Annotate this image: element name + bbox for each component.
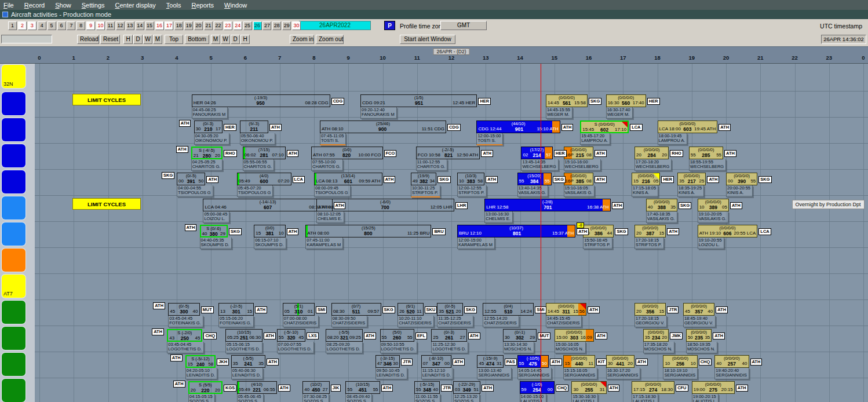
airport-tag[interactable]: LCA	[758, 228, 771, 235]
airport-tag[interactable]: FCO	[384, 150, 397, 157]
airport-tag[interactable]: JKH	[217, 359, 229, 366]
day-button[interactable]: 10	[96, 21, 105, 30]
date-field[interactable]: 26APR2022	[299, 21, 371, 30]
flight-block[interactable]: (-5/-10)5532045	[277, 329, 305, 342]
flight-block[interactable]: S (-5/-12)1524058	[185, 355, 216, 368]
airport-tag[interactable]: PAS	[505, 359, 517, 366]
airport-tag[interactable]: SKG	[382, 306, 395, 313]
flight-block[interactable]: (4/10)05:4922106:55	[237, 381, 277, 394]
airport-tag[interactable]: HER	[647, 98, 660, 105]
airport-tag[interactable]: ATH	[595, 150, 607, 157]
flight-block[interactable]: (17/22)0221457	[521, 147, 552, 159]
airport-tag[interactable]: ATH	[334, 202, 346, 209]
flight-block[interactable]: (7/15)06:0228107:10	[243, 147, 286, 159]
airport-tag[interactable]: SKG	[758, 176, 771, 183]
airport-tag[interactable]: LCA	[630, 124, 642, 131]
menu-item[interactable]: Reports	[192, 2, 214, 9]
origin-airport-tag[interactable]: ATH	[153, 302, 165, 309]
flight-block[interactable]: (0/0/0/0)5528555	[689, 147, 723, 159]
menu-item[interactable]: File	[3, 2, 14, 9]
flight-block[interactable]: (0/0/0/0)14:4531115:56	[546, 303, 586, 316]
flight-block[interactable]: (0/0/0/0)14:4556115:58	[546, 94, 588, 107]
flight-block[interactable]: (0/0/0/0)3044120	[606, 355, 634, 368]
reload-button[interactable]: Reload	[77, 35, 99, 44]
airport-tag[interactable]: ATH	[713, 332, 725, 339]
day-button[interactable]: 28	[272, 21, 281, 30]
flight-block[interactable]: (0/0/0/0)1521605	[632, 173, 660, 185]
flight-block[interactable]: (0/0/0/0)0039055	[726, 173, 757, 185]
airport-tag[interactable]: HER	[554, 150, 567, 157]
flight-block[interactable]: S (5/5)2022020	[188, 381, 223, 394]
flight-block[interactable]: (19/9)4938234	[411, 173, 436, 185]
flight-block[interactable]: (0/0/0/0)1025610	[663, 355, 697, 368]
airport-tag[interactable]: ATH	[750, 359, 763, 366]
airport-tag[interactable]: ATH	[468, 332, 480, 339]
fleet-row-label[interactable]	[2, 327, 25, 350]
airport-tag[interactable]: ATH	[550, 359, 562, 366]
flight-block[interactable]: (5/1)0531001	[283, 303, 315, 316]
period-h-button[interactable]: H	[123, 35, 133, 44]
flight-block[interactable]: S (0/-6)4038029	[200, 225, 228, 237]
fleet-row-label[interactable]	[2, 353, 25, 376]
day-button[interactable]: 9	[86, 21, 95, 30]
period-w-button[interactable]: W	[143, 35, 152, 44]
airport-tag[interactable]: EFL	[415, 332, 427, 339]
airport-tag[interactable]: HER	[224, 124, 236, 131]
airport-tag[interactable]: CHQ	[556, 385, 569, 392]
airport-tag[interactable]: ATH	[716, 306, 728, 313]
flight-block[interactable]: (0/0/0/0)1038905	[698, 199, 729, 211]
timezone-field[interactable]: GMT	[440, 21, 487, 30]
period-m-button[interactable]: M	[153, 35, 162, 44]
flight-block[interactable]: (-19/3)HER 04:2695008:28 CDG	[192, 94, 330, 107]
airport-tag[interactable]: ATH	[278, 385, 290, 392]
airport-tag[interactable]: SKG	[615, 228, 628, 235]
airport-tag[interactable]: KIT	[596, 359, 607, 366]
airport-tag[interactable]: ATH	[486, 176, 498, 183]
airport-tag[interactable]: SKG	[679, 202, 691, 209]
airport-tag[interactable]: ATH	[608, 385, 620, 392]
day-button[interactable]: 22	[214, 21, 223, 30]
airport-tag[interactable]: ATH	[481, 150, 493, 157]
day-button[interactable]: 21	[204, 21, 213, 30]
airport-tag[interactable]: SKG	[437, 176, 450, 183]
flight-block[interactable]: (44/10)CDG 12:4490115:10 ATH	[476, 120, 560, 133]
period-d-button[interactable]: D	[133, 35, 143, 44]
flight-block[interactable]: (0/-5)3552120	[437, 303, 462, 316]
airport-tag[interactable]: CDG	[447, 124, 461, 131]
flight-block[interactable]: S (-4/-5)2128020	[191, 147, 223, 159]
flight-block[interactable]: (15/20)5538455	[517, 173, 552, 185]
day-button[interactable]: 2	[18, 21, 27, 30]
flight-block[interactable]: (0/-3)3021017	[194, 120, 223, 133]
fleet-row-label[interactable]	[2, 118, 25, 141]
flight-block[interactable]: (0/-5)4530040	[168, 303, 199, 316]
flight-block[interactable]: (0/0/0/0)2035615	[634, 303, 666, 316]
flight-block[interactable]: (15/25)ATH 08:0080011:25 BRU	[305, 225, 431, 237]
day-button[interactable]: 16	[155, 21, 164, 30]
flight-block[interactable]: (-2/-5)1330115	[218, 303, 254, 316]
flight-block[interactable]: (0/0/0/0)4025740	[714, 355, 749, 368]
fleet-row-label[interactable]	[2, 92, 25, 115]
origin-airport-tag[interactable]: ATH	[176, 146, 188, 153]
airport-tag[interactable]: HER	[661, 176, 674, 183]
day-button[interactable]: 20	[194, 21, 203, 30]
airport-tag[interactable]: SKG	[553, 176, 566, 183]
fleet-row-label[interactable]: AT7	[2, 275, 25, 298]
airport-tag[interactable]: JIK	[331, 385, 341, 392]
day-button[interactable]: 1	[8, 21, 17, 30]
day-button[interactable]: 15	[145, 21, 154, 30]
flight-block[interactable]: (-1/0)5925400	[520, 381, 555, 394]
airport-tag[interactable]: MUT	[538, 332, 550, 339]
airport-tag[interactable]: JTR	[401, 359, 413, 366]
airport-tag[interactable]: ATH	[730, 202, 742, 209]
day-button[interactable]: 8	[76, 21, 85, 30]
day-button[interactable]: 27	[262, 21, 271, 30]
day-button[interactable]: 23	[224, 21, 232, 30]
day-button[interactable]: 26	[253, 21, 262, 30]
top-button[interactable]: Top	[165, 35, 183, 44]
airport-tag[interactable]: LHR	[455, 202, 468, 209]
airport-tag[interactable]: ATH	[595, 176, 607, 183]
day-button[interactable]: 3	[28, 21, 37, 30]
day-button[interactable]: 12	[116, 21, 125, 30]
airport-tag[interactable]: ATH	[453, 359, 465, 366]
flight-block[interactable]: (0/-1)3030229	[503, 329, 537, 342]
